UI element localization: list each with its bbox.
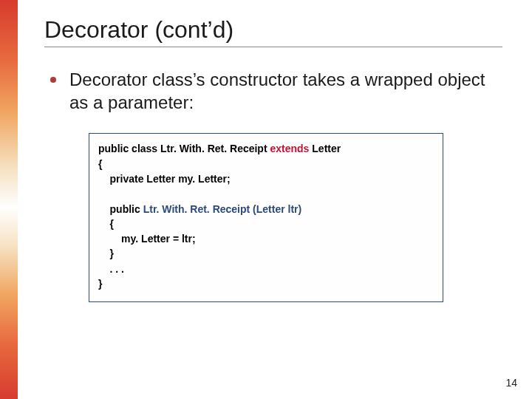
code-blank-line: [98, 186, 434, 201]
code-line: public class Ltr. With. Ret. Receipt ext…: [98, 141, 434, 156]
code-line: {: [98, 157, 434, 171]
bullet-icon: [50, 77, 56, 83]
code-line: public Ltr. With. Ret. Receipt (Letter l…: [98, 202, 434, 216]
code-line: }: [98, 276, 434, 291]
page-number: 14: [505, 377, 517, 389]
code-block: public class Ltr. With. Ret. Receipt ext…: [89, 133, 443, 302]
code-keyword: extends: [270, 143, 309, 154]
bullet-text: Decorator class’s constructor takes a wr…: [69, 68, 502, 114]
code-line: . . .: [98, 262, 434, 276]
code-line: private Letter my. Letter;: [98, 171, 434, 186]
code-line: my. Letter = ltr;: [98, 231, 434, 246]
slide-content: Decorator (cont’d) Decorator class’s con…: [44, 16, 502, 302]
code-line: {: [98, 216, 434, 231]
code-text: public: [98, 203, 143, 215]
slide-title: Decorator (cont’d): [44, 16, 502, 47]
code-text: public class Ltr. With. Ret. Receipt: [98, 143, 270, 154]
accent-bar: [0, 0, 18, 399]
code-text: Letter: [309, 143, 341, 154]
code-line: }: [98, 246, 434, 261]
bullet-item: Decorator class’s constructor takes a wr…: [50, 68, 502, 114]
code-constructor: Ltr. With. Ret. Receipt (Letter ltr): [143, 203, 302, 215]
